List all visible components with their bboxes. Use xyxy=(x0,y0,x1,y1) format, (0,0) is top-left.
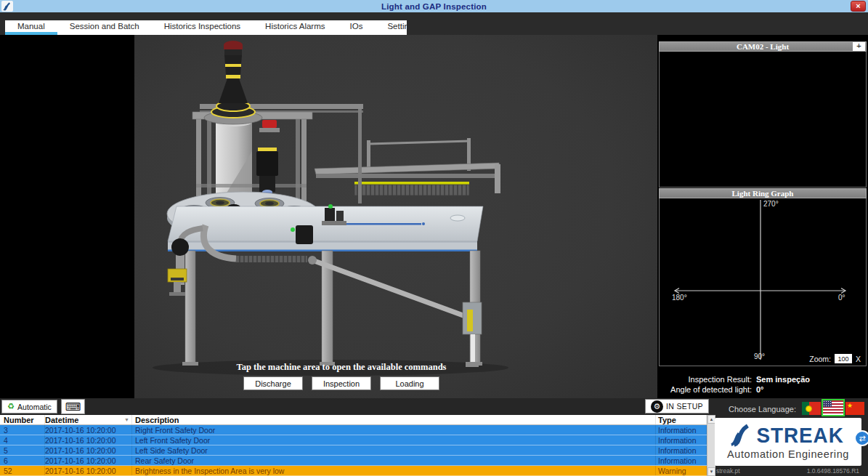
alarms-table-header: Number Datetime ▼ Description Type xyxy=(0,415,707,425)
right-column: CAM02 - Light + Light Ring Graph 270 xyxy=(657,35,868,398)
graph-panel-title: Light Ring Graph xyxy=(732,189,794,198)
table-row[interactable]: 3 2017-10-16 10:20:00 Right Front Safety… xyxy=(0,425,707,435)
camera-view[interactable] xyxy=(659,52,867,187)
tab-strip: Manual Session and Batch Historics Inspe… xyxy=(0,12,868,35)
table-row[interactable]: 52 2017-10-16 10:20:00 Brightness in the… xyxy=(0,466,707,476)
titlebar: Light and GAP Inspection × xyxy=(0,0,868,12)
light-gap-inspection-app: Light and GAP Inspection × Manual Sessio… xyxy=(0,0,868,476)
inspection-result-label: Inspection Result: xyxy=(657,375,752,384)
light-ring-graph: 270° 180° 0° 90° Zoom: X xyxy=(659,198,867,366)
setup-status-label: IN SETUP xyxy=(666,402,703,411)
inspection-results: Inspection Result: Sem inspeção Angle of… xyxy=(657,375,868,395)
chinese-flag-button[interactable]: ★ xyxy=(845,402,864,415)
keyboard-icon: ⌨ xyxy=(65,400,81,414)
brand-tagline: Automation Engineering xyxy=(727,448,849,460)
column-header-type[interactable]: Type xyxy=(656,415,707,424)
swap-icon[interactable]: ⇄ xyxy=(854,430,868,446)
choose-language-label: Choose Language: xyxy=(729,405,796,414)
english-flag-button[interactable] xyxy=(823,400,843,415)
scroll-down-icon[interactable]: ▼ xyxy=(707,467,715,476)
column-header-number[interactable]: Number xyxy=(0,415,45,424)
brand-name: STREAK xyxy=(757,425,844,445)
tab-historics-alarms[interactable]: Historics Alarms xyxy=(253,20,337,35)
cam-panel-header: CAM02 - Light + xyxy=(659,41,867,52)
loading-button[interactable]: Loading xyxy=(380,376,439,390)
version-text: 1.0.6498.18576.R1 xyxy=(807,467,859,475)
zoom-unit: X xyxy=(856,355,861,363)
machine-instruction: Tap the machine area to open the availab… xyxy=(134,362,548,373)
inspection-result-value: Sem inspeção xyxy=(756,375,810,384)
angle-detected-label: Angle of detected light: xyxy=(657,385,752,394)
light-ring-graph-panel: Light Ring Graph 270° 180° 0° 90° Zoom: xyxy=(659,188,867,366)
machine-table xyxy=(168,204,483,366)
conveyor-section xyxy=(315,138,500,195)
china-star-icon: ★ xyxy=(847,402,853,409)
window-title: Light and GAP Inspection xyxy=(0,2,868,11)
streak-logo-mark-icon xyxy=(730,424,752,447)
machine-viewport: Tap the machine area to open the availab… xyxy=(134,35,657,398)
close-icon[interactable]: × xyxy=(851,1,866,12)
gear-icon: ⚙ xyxy=(651,400,663,413)
angle-0-label: 0° xyxy=(838,294,845,302)
command-zone: Tap the machine area to open the availab… xyxy=(134,362,548,390)
angle-270-label: 270° xyxy=(763,200,779,208)
zoom-input[interactable] xyxy=(835,354,852,363)
table-row[interactable]: 4 2017-10-16 10:20:00 Left Front Safety … xyxy=(0,435,707,445)
portuguese-flag-button[interactable] xyxy=(802,402,821,415)
angle-detected-value: 0° xyxy=(756,385,764,394)
column-header-datetime[interactable]: Datetime ▼ xyxy=(45,415,132,424)
zoom-label: Zoom: xyxy=(809,355,831,363)
sort-desc-icon: ▼ xyxy=(124,415,129,424)
bottom-bar: ♻ Automatic ⌨ ⚙ IN SETUP Number Datetime… xyxy=(0,398,868,476)
in-setup-status-button[interactable]: ⚙ IN SETUP xyxy=(645,399,709,414)
tab-ios[interactable]: IOs xyxy=(338,20,376,35)
automatic-label: Automatic xyxy=(17,403,52,411)
tab-bar: Manual Session and Batch Historics Inspe… xyxy=(5,20,407,35)
virtual-keyboard-button[interactable]: ⌨ xyxy=(61,399,85,414)
website-text: streak.pt xyxy=(716,467,740,475)
tab-settings[interactable]: Settings xyxy=(375,20,430,35)
angle-180-label: 180° xyxy=(672,294,687,302)
tab-historics-inspections[interactable]: Historics Inspections xyxy=(152,20,253,35)
machine-render[interactable] xyxy=(134,35,657,398)
graph-panel-header: Light Ring Graph xyxy=(659,188,867,198)
app-logo-icon xyxy=(1,1,13,12)
discharge-button[interactable]: Discharge xyxy=(243,376,303,390)
tab-manual[interactable]: Manual xyxy=(5,20,57,35)
table-row[interactable]: 6 2017-10-16 10:20:00 Rear Safety Door I… xyxy=(0,456,707,466)
column-header-description[interactable]: Description xyxy=(132,415,656,424)
inspection-button[interactable]: Inspection xyxy=(312,376,371,390)
cam-panel: CAM02 - Light + xyxy=(659,41,867,187)
table-row[interactable]: 5 2017-10-16 10:20:00 Left Side Safety D… xyxy=(0,445,707,456)
cam-panel-title: CAM02 - Light xyxy=(737,42,789,51)
streak-logo: STREAK Automation Engineering xyxy=(715,418,861,466)
main-area: Tap the machine area to open the availab… xyxy=(0,35,868,398)
tab-session-and-batch[interactable]: Session and Batch xyxy=(57,20,152,35)
expand-icon[interactable]: + xyxy=(853,42,865,51)
angle-90-label: 90° xyxy=(754,352,765,360)
automatic-icon: ♻ xyxy=(7,402,15,411)
automatic-mode-button[interactable]: ♻ Automatic xyxy=(1,400,57,414)
alarms-table: Number Datetime ▼ Description Type 3 201… xyxy=(0,415,715,476)
graph-axes xyxy=(660,198,866,365)
